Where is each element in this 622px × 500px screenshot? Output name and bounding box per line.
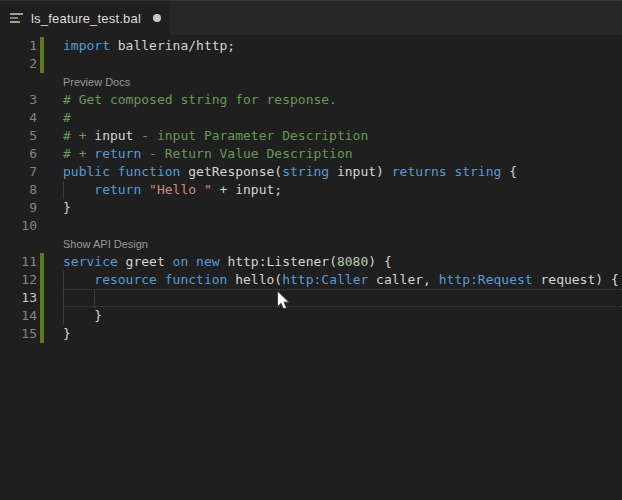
code-line: 14 } [0,307,622,325]
token-p [157,272,165,287]
token-p: } [63,326,71,341]
token-k: resource [94,272,157,287]
token-p: ballerina/http; [110,38,235,53]
code-line: 11service greet on new http:Listener(808… [0,253,622,271]
code-line: 15} [0,325,622,343]
token-p: getResponse( [180,164,282,179]
code-line: 5# + input - input Parameter Description [0,127,622,145]
codelens-row: Preview Docs [0,73,622,91]
token-p [141,182,149,197]
git-added-bar [40,37,44,55]
token-k: string [454,164,501,179]
code-text[interactable]: resource function hello(http:Caller call… [63,271,622,289]
codelens-row: Show API Design [0,235,622,253]
code-text[interactable] [63,289,622,307]
token-p: caller, [368,272,438,287]
token-p: } [63,308,102,323]
line-number: 10 [0,217,37,235]
code-text[interactable] [63,55,622,73]
git-added-bar [40,325,44,343]
line-number: 9 [0,199,37,217]
token-p: request) { [533,272,619,287]
token-c: # + [63,146,94,161]
git-added-bar [40,253,44,271]
code-line: 7public function getResponse(string inpu… [0,163,622,181]
token-p [110,164,118,179]
codelens-area[interactable]: Show API Design [63,235,622,253]
code-line: 3# Get composed string for response. [0,91,622,109]
token-k: http:Caller [282,272,368,287]
token-p: hello( [227,272,282,287]
line-number: 4 [0,109,37,127]
line-number: 5 [0,127,37,145]
line-number: 6 [0,145,37,163]
token-k: http:Request [439,272,533,287]
indent-guide [63,271,64,289]
codelens-area[interactable]: Preview Docs [63,73,622,91]
code-text[interactable]: service greet on new http:Listener(8080)… [63,253,622,271]
git-added-bar [40,289,44,307]
code-text[interactable]: return "Hello " + input; [63,181,622,199]
line-number: 2 [0,55,37,73]
token-k: public [63,164,110,179]
code-text[interactable]: } [63,199,622,217]
code-line: 9} [0,199,622,217]
line-number: 7 [0,163,37,181]
token-p: ) { [368,254,391,269]
line-number: 1 [0,37,37,55]
line-number: 8 [0,181,37,199]
code-line: 13 [0,289,622,307]
code-line: 1import ballerina/http; [0,37,622,55]
token-k: new [196,254,219,269]
line-number: 15 [0,325,37,343]
line-number: 11 [0,253,37,271]
token-c: # Get composed string for response. [63,92,337,107]
code-text[interactable]: # [63,109,622,127]
codelens-link[interactable]: Show API Design [63,238,148,250]
indent-guide [63,307,64,325]
tab-ls-feature-test[interactable]: ls_feature_test.bal [0,1,170,35]
token-k: function [118,164,181,179]
token-p: } [63,200,71,215]
code-text[interactable]: # Get composed string for response. [63,91,622,109]
code-line: 8 return "Hello " + input; [0,181,622,199]
token-k: returns [392,164,447,179]
token-p [188,254,196,269]
token-k: import [63,38,110,53]
git-added-bar [40,55,44,73]
token-p: greet [118,254,173,269]
code-line: 12 resource function hello(http:Caller c… [0,271,622,289]
git-added-bar [40,271,44,289]
token-s: "Hello " [149,182,212,197]
token-p: http:Listener( [220,254,337,269]
token-p: input) [329,164,392,179]
line-number: 13 [0,289,37,307]
code-text[interactable]: import ballerina/http; [63,37,622,55]
line-number: 3 [0,91,37,109]
code-text[interactable] [63,217,622,235]
code-editor[interactable]: 1import ballerina/http;2Preview Docs3# G… [0,35,622,500]
indent-guide [94,290,95,308]
code-text[interactable]: } [63,325,622,343]
git-added-bar [40,307,44,325]
code-text[interactable]: # + return - Return Value Description [63,145,622,163]
code-line: 10 [0,217,622,235]
code-text[interactable]: public function getResponse(string input… [63,163,622,181]
token-p [63,182,94,197]
modified-dot-icon[interactable] [153,14,161,22]
token-c: # [63,110,71,125]
file-list-icon [10,13,24,24]
token-c: - Return Value Description [141,146,352,161]
code-line: 6# + return - Return Value Description [0,145,622,163]
token-p: { [501,164,517,179]
code-line: 4# [0,109,622,127]
code-text[interactable]: # + input - input Parameter Description [63,127,622,145]
codelens-link[interactable]: Preview Docs [63,76,130,88]
indent-guide [63,181,64,199]
token-k: return [94,146,141,161]
tab-title: ls_feature_test.bal [31,11,141,26]
code-text[interactable]: } [63,307,622,325]
token-n: 8080 [337,254,368,269]
token-k: function [165,272,228,287]
token-p [63,272,94,287]
